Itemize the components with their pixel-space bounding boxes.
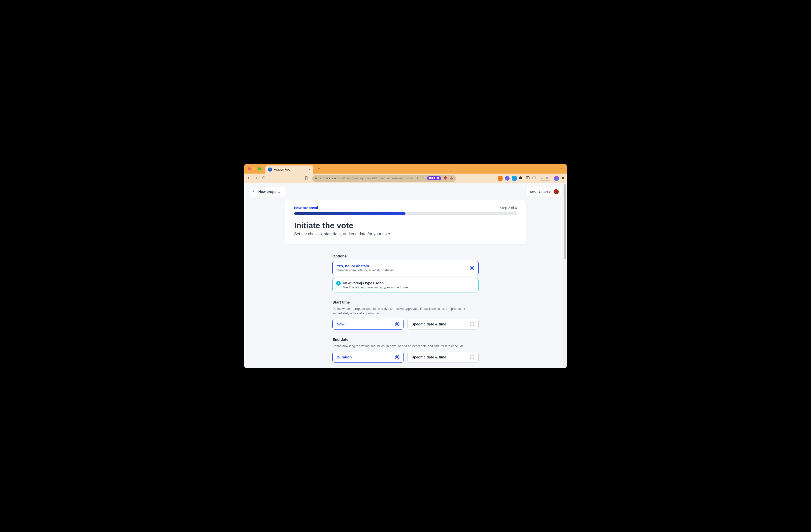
wallet-icon[interactable] <box>532 176 536 181</box>
info-title: New votings types soon <box>343 281 409 285</box>
form-area: Options Yes, no, or abstain Members can … <box>333 254 478 368</box>
ipfs-badge[interactable]: IPFS <box>427 176 441 181</box>
svg-rect-1 <box>526 176 529 179</box>
wallet-button[interactable]: 0x58D…4eF8 <box>527 187 561 197</box>
option-desc: Members can vote for, against, or abstai… <box>337 268 395 272</box>
extension-icon-2[interactable] <box>512 176 517 181</box>
minimize-window-icon[interactable] <box>253 167 256 170</box>
start-time-specific[interactable]: Specific date & time <box>407 319 478 330</box>
title-bar: Aragon App × + <box>244 164 567 174</box>
reload-icon[interactable] <box>262 176 266 181</box>
option-yes-no-abstain[interactable]: Yes, no, or abstain Members can vote for… <box>333 261 478 275</box>
scrollbar-thumb[interactable] <box>564 184 566 259</box>
end-date-duration[interactable]: Duration <box>333 351 404 363</box>
puzzle-icon[interactable] <box>519 176 523 181</box>
extension-icon-1[interactable] <box>505 176 509 181</box>
radio-icon <box>395 355 399 359</box>
back-label: New proposal <box>258 190 281 194</box>
radio-icon <box>470 322 474 326</box>
metamask-icon[interactable] <box>498 176 503 181</box>
option-title: Yes, no, or abstain <box>337 264 395 268</box>
traffic-lights <box>248 167 261 170</box>
options-label: Options <box>333 254 478 258</box>
wizard-label: New proposal <box>294 206 318 210</box>
page-viewport: New proposal 0x58D…4eF8 New proposal Ste… <box>244 183 567 368</box>
browser-window: Aragon App × + <box>244 164 567 368</box>
page-subtitle: Set the choices, start date, and end dat… <box>294 232 517 236</box>
duration-inputs: Minutes Hours Days <box>333 366 478 368</box>
brave-shield-icon[interactable] <box>444 176 447 181</box>
lock-icon <box>315 176 318 181</box>
radio-icon <box>470 266 474 270</box>
sidebar-icon[interactable] <box>526 176 530 181</box>
info-icon: i <box>336 281 341 286</box>
wizard-card: New proposal Step 2 of 4 Initiate the vo… <box>285 200 526 244</box>
extensions: VPN ≡ <box>498 176 564 181</box>
radio-icon <box>395 322 399 326</box>
scrollbar-track[interactable] <box>563 183 567 368</box>
nav-back-icon[interactable] <box>247 176 251 181</box>
end-date-label: End date <box>333 337 478 342</box>
maximize-window-icon[interactable] <box>258 167 261 170</box>
step-count: Step 2 of 4 <box>500 206 517 210</box>
close-tab-icon[interactable]: × <box>309 168 311 172</box>
share-icon[interactable] <box>421 176 425 181</box>
nav-forward-icon[interactable] <box>254 176 258 181</box>
url-bar[interactable]: app.aragon.org/#/daos/goerli/qn.dao.eth/… <box>312 175 456 182</box>
close-window-icon[interactable] <box>248 167 251 170</box>
url-text: app.aragon.org/#/daos/goerli/qn.dao.eth/… <box>320 176 413 180</box>
menu-icon[interactable]: ≡ <box>562 176 564 181</box>
bookmark-icon[interactable] <box>304 176 308 181</box>
browser-toolbar: app.aragon.org/#/daos/goerli/qn.dao.eth/… <box>244 174 567 183</box>
favicon-icon <box>268 168 272 172</box>
tab-title: Aragon App <box>274 168 307 171</box>
start-time-helper: Define when a proposal should be active … <box>333 307 478 316</box>
info-banner: i New votings types soon We'll be adding… <box>333 278 478 293</box>
progress-fill <box>294 212 406 215</box>
chevron-left-icon <box>252 189 256 194</box>
page-title: Initiate the vote <box>294 221 517 230</box>
vpn-badge[interactable]: VPN <box>539 176 552 181</box>
wallet-address: 0x58D…4eF8 <box>530 190 551 194</box>
info-desc: We'll be adding more voting types in the… <box>343 286 409 289</box>
back-button[interactable]: New proposal <box>250 187 286 197</box>
tabs-dropdown-icon[interactable] <box>560 167 563 171</box>
browser-tab[interactable]: Aragon App × <box>265 166 313 174</box>
radio-icon <box>470 355 474 359</box>
start-time-label: Start time <box>333 300 478 304</box>
app-header: New proposal 0x58D…4eF8 <box>244 183 567 200</box>
start-time-now[interactable]: Now <box>333 319 404 330</box>
profile-avatar-icon[interactable] <box>554 176 559 181</box>
end-date-helper: Define how long the voting should last i… <box>333 344 478 349</box>
end-date-specific[interactable]: Specific date & time <box>407 351 478 363</box>
progress-bar <box>294 212 517 215</box>
warning-icon[interactable] <box>450 176 454 181</box>
new-tab-button[interactable]: + <box>318 166 321 172</box>
zoom-icon[interactable] <box>415 176 418 181</box>
wallet-avatar-icon <box>554 189 559 194</box>
